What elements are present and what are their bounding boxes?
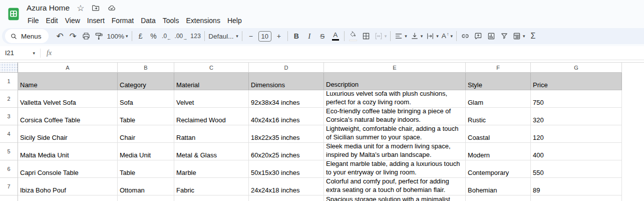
strikethrough-button[interactable]: S xyxy=(316,30,329,43)
row-header-2[interactable]: 2 xyxy=(0,90,18,108)
cell-G6[interactable]: 550 xyxy=(531,160,622,178)
percent-format-button[interactable]: % xyxy=(147,30,160,43)
cell-D6[interactable]: 50x15x30 inches xyxy=(249,160,324,178)
menu-data[interactable]: Data xyxy=(137,17,159,25)
cell-D3[interactable]: 40x24x16 inches xyxy=(249,108,324,125)
text-color-button[interactable]: A xyxy=(329,30,342,43)
merge-cells-button[interactable]: ▾ xyxy=(373,30,389,43)
cell-A7[interactable]: Ibiza Boho Pouf xyxy=(18,178,118,195)
currency-format-button[interactable]: £ xyxy=(134,30,147,43)
cell-B7[interactable]: Ottoman xyxy=(118,178,174,195)
cell-F6[interactable]: Contemporary xyxy=(466,160,531,178)
text-wrap-button[interactable]: ▾ xyxy=(424,30,440,43)
sheets-logo[interactable] xyxy=(7,4,22,24)
increase-decimal-button[interactable]: .00→ xyxy=(173,30,189,43)
select-all-corner[interactable] xyxy=(0,63,18,73)
cell-F4[interactable]: Coastal xyxy=(466,125,531,143)
cell-D2[interactable]: 92x38x34 inches xyxy=(249,90,324,108)
row-header-4[interactable]: 4 xyxy=(0,125,18,143)
cell-B8[interactable] xyxy=(118,195,174,201)
cell-A8[interactable] xyxy=(18,195,118,201)
menu-tools[interactable]: Tools xyxy=(159,17,183,25)
cell-A3[interactable]: Corsica Coffee Table xyxy=(18,108,118,125)
column-header-G[interactable]: G xyxy=(531,63,622,73)
cell-E8[interactable]: Spacious storage solution with a minimal… xyxy=(324,195,466,201)
cell-B6[interactable]: Table xyxy=(118,160,174,178)
decrease-decimal-button[interactable]: .0← xyxy=(160,30,173,43)
cell-F8[interactable] xyxy=(466,195,531,201)
font-size-input[interactable]: 10 xyxy=(258,31,271,42)
redo-button[interactable]: ↷ xyxy=(67,30,80,43)
cell-C3[interactable]: Reclaimed Wood xyxy=(174,108,249,125)
insert-comment-button[interactable] xyxy=(472,30,485,43)
decrease-font-size-button[interactable]: − xyxy=(244,30,257,43)
cell-F2[interactable]: Glam xyxy=(466,90,531,108)
cell-C6[interactable]: Marble xyxy=(174,160,249,178)
functions-button[interactable]: Σ xyxy=(526,30,539,43)
cell-E3[interactable]: Eco-friendly coffee table bringing a pie… xyxy=(324,108,466,125)
font-select[interactable]: Defaul... ▾ xyxy=(207,30,240,43)
cell-B2[interactable]: Sofa xyxy=(118,90,174,108)
cell-D4[interactable]: 18x22x35 inches xyxy=(249,125,324,143)
cell-G8[interactable] xyxy=(531,195,622,201)
cell-D1[interactable]: Dimensions xyxy=(249,73,324,90)
cell-C1[interactable]: Material xyxy=(174,73,249,90)
cell-G2[interactable]: 750 xyxy=(531,90,622,108)
menu-file[interactable]: File xyxy=(27,17,43,25)
menu-edit[interactable]: Edit xyxy=(43,17,62,25)
vertical-align-button[interactable]: ▾ xyxy=(409,30,425,43)
cell-B3[interactable]: Table xyxy=(118,108,174,125)
cell-G3[interactable]: 320 xyxy=(531,108,622,125)
fill-color-button[interactable] xyxy=(347,30,360,43)
cell-E1[interactable]: Description xyxy=(324,73,466,90)
cell-D8[interactable] xyxy=(249,195,324,201)
more-formats-button[interactable]: 123 xyxy=(189,30,202,43)
menu-view[interactable]: View xyxy=(62,17,84,25)
cell-B1[interactable]: Category xyxy=(118,73,174,90)
cell-D7[interactable]: 24x24x18 inches xyxy=(249,178,324,195)
row-header-3[interactable]: 3 xyxy=(0,108,18,125)
cell-C2[interactable]: Velvet xyxy=(174,90,249,108)
cell-C8[interactable] xyxy=(174,195,249,201)
column-header-A[interactable]: A xyxy=(18,63,118,73)
cell-A5[interactable]: Malta Media Unit xyxy=(18,143,118,160)
cell-E2[interactable]: Luxurious velvet sofa with plush cushion… xyxy=(324,90,466,108)
cell-E6[interactable]: Elegant marble table, adding a luxurious… xyxy=(324,160,466,178)
insert-chart-button[interactable] xyxy=(485,30,498,43)
document-title[interactable]: Azura Home xyxy=(27,4,70,13)
create-filter-button[interactable] xyxy=(498,30,511,43)
borders-button[interactable] xyxy=(360,30,373,43)
column-header-B[interactable]: B xyxy=(118,63,174,73)
row-header-1[interactable]: 1 xyxy=(0,73,18,90)
move-folder-icon[interactable] xyxy=(91,3,100,13)
cloud-saved-icon[interactable] xyxy=(107,3,116,13)
horizontal-align-button[interactable]: ▾ xyxy=(393,30,409,43)
menu-insert[interactable]: Insert xyxy=(84,17,108,25)
formula-input[interactable] xyxy=(52,46,644,60)
cell-B5[interactable]: Media Unit xyxy=(118,143,174,160)
undo-button[interactable]: ↶ xyxy=(54,30,67,43)
menu-extensions[interactable]: Extensions xyxy=(182,17,223,25)
cell-A2[interactable]: Valletta Velvet Sofa xyxy=(18,90,118,108)
zoom-select[interactable]: 100% ▾ xyxy=(106,30,130,43)
row-header-8[interactable]: 8 xyxy=(0,195,18,201)
cell-F7[interactable]: Bohemian xyxy=(466,178,531,195)
cell-F3[interactable]: Rustic xyxy=(466,108,531,125)
column-header-F[interactable]: F xyxy=(466,63,531,73)
filter-views-button[interactable]: ▾ xyxy=(511,30,527,43)
cell-D5[interactable]: 60x20x25 inches xyxy=(249,143,324,160)
cell-C4[interactable]: Rattan xyxy=(174,125,249,143)
column-header-C[interactable]: C xyxy=(174,63,249,73)
cell-E7[interactable]: Colorful and comfy pouf, perfect for add… xyxy=(324,178,466,195)
cell-A1[interactable]: Name xyxy=(18,73,118,90)
row-header-6[interactable]: 6 xyxy=(0,160,18,178)
text-rotation-button[interactable]: A↑ ▾ xyxy=(440,30,454,43)
cell-G7[interactable]: 89 xyxy=(531,178,622,195)
cell-C7[interactable]: Fabric xyxy=(174,178,249,195)
print-button[interactable] xyxy=(80,30,93,43)
increase-font-size-button[interactable]: + xyxy=(272,30,285,43)
paint-format-button[interactable] xyxy=(93,30,106,43)
column-header-E[interactable]: E xyxy=(324,63,466,73)
cell-A4[interactable]: Sicily Side Chair xyxy=(18,125,118,143)
row-header-5[interactable]: 5 xyxy=(0,143,18,160)
